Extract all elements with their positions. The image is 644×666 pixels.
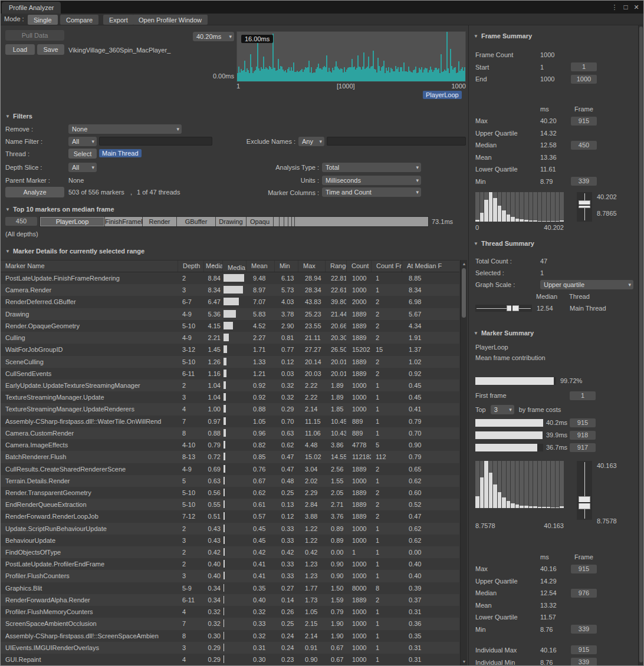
mode-compare-button[interactable]: Compare (60, 15, 98, 25)
median-frame-badge[interactable]: 450 (5, 217, 37, 226)
marker-summary-header[interactable]: ▼Marker Summary (469, 329, 639, 338)
frame-time-chart[interactable]: 16.00ms (236, 31, 466, 82)
table-row[interactable]: Assembly-CSharp-firstpass.dll!::WaterTil… (1, 416, 459, 427)
table-row[interactable]: Assembly-CSharp-firstpass.dll!::ScreenSp… (1, 630, 459, 642)
top10-segment[interactable]: GBuffer (177, 217, 216, 226)
table-row[interactable]: EarlyUpdate.UpdateTextureStreamingManage… (1, 380, 459, 391)
top10-segment[interactable]: Opaqu (247, 217, 274, 226)
save-button[interactable]: Save (37, 44, 64, 55)
table-row[interactable]: Camera.CustomRender80.880.960.6311.0610.… (1, 427, 459, 439)
tab-profile-analyzer[interactable]: Profile Analyzer (2, 2, 61, 14)
frame-badge[interactable]: 915 (571, 565, 597, 573)
depth-slice-dropdown[interactable]: All▾ (68, 163, 97, 172)
frame-badge[interactable]: 915 (570, 418, 596, 427)
frame-badge[interactable]: 339 (571, 658, 597, 665)
table-row[interactable]: Camera.ImageEffects4-100.790.820.624.483… (1, 439, 459, 451)
scroll-up-icon[interactable]: ▲ (461, 261, 468, 267)
thread-summary-header[interactable]: ▼Thread Summary (469, 240, 639, 248)
marker-details-section-header[interactable]: ▼Marker Details for currently selected r… (5, 248, 144, 255)
panel-scrollbar-thumb[interactable] (639, 27, 643, 662)
table-row[interactable]: RenderForwardAlpha.Render6-110.340.400.1… (1, 594, 459, 606)
export-button[interactable]: Export (103, 15, 134, 25)
frame-badge[interactable]: 339 (571, 177, 597, 186)
frame-badge[interactable]: 917 (570, 443, 596, 452)
ms-histogram[interactable] (475, 461, 564, 508)
analysis-type-dropdown[interactable]: Total▾ (322, 163, 421, 172)
table-row[interactable]: EndRenderQueueExtraction5-100.550.610.13… (1, 499, 459, 510)
top10-segment[interactable]: FinishFrameR (105, 217, 143, 226)
table-row[interactable]: FindObjectsOfType20.420.420.420.420.0011… (1, 546, 459, 558)
table-column-header[interactable]: Min (274, 261, 298, 272)
frame-badge[interactable]: 915 (571, 117, 597, 126)
window-menu-icon[interactable]: ⋮ (609, 1, 620, 14)
table-row[interactable]: GUI.Repaint40.290.300.230.900.67100010.3… (1, 654, 459, 665)
top10-segment[interactable]: PlayerLoop (40, 217, 105, 226)
table-row[interactable]: Profiler.FlushCounters30.400.410.331.230… (1, 570, 459, 582)
name-filter-scope-dropdown[interactable]: All▾ (68, 137, 97, 146)
table-column-header[interactable]: Depth (178, 261, 203, 272)
table-row[interactable]: Render.OpaqueGeometry5-104.154.522.9023.… (1, 320, 459, 332)
frame-badge[interactable]: 339 (571, 625, 597, 634)
frame-badge[interactable]: 450 (571, 141, 597, 150)
table-row[interactable]: RenderForward.RenderLoopJob7-120.510.570… (1, 510, 459, 522)
table-row[interactable]: Graphics.Blit5-90.340.350.271.771.508000… (1, 582, 459, 594)
top10-segment[interactable]: Render (143, 217, 177, 226)
frame-badge[interactable]: 976 (571, 589, 597, 598)
table-row[interactable]: WaitForJobGroupID3-121.451.710.7727.2726… (1, 344, 459, 355)
table-column-header[interactable]: Count (346, 261, 371, 272)
close-icon[interactable]: ✕ (631, 1, 642, 14)
scroll-down-icon[interactable]: ▼ (461, 658, 468, 665)
top10-segment[interactable] (280, 217, 284, 226)
panel-scrollbar[interactable] (638, 25, 643, 665)
frame-badge[interactable]: 1000 (571, 75, 597, 84)
top10-segment[interactable] (274, 217, 280, 226)
table-column-header[interactable]: Media (222, 261, 246, 272)
table-row[interactable]: Profiler.FlushMemoryCounters40.320.320.2… (1, 606, 459, 618)
exclude-names-input[interactable] (327, 137, 466, 146)
top10-segment[interactable] (284, 217, 288, 226)
table-row[interactable]: Terrain.Details.Render50.630.670.482.021… (1, 475, 459, 487)
table-scrollbar[interactable]: ▲ ▼ (460, 260, 467, 665)
thread-row[interactable]: 12.54 Main Thread (469, 303, 639, 314)
pull-data-button[interactable]: Pull Data (5, 30, 64, 41)
table-column-header[interactable]: Mean (246, 261, 274, 272)
table-row[interactable]: Update.ScriptRunBehaviourUpdate20.430.45… (1, 523, 459, 535)
table-row[interactable]: PostLateUpdate.FinishFrameRendering28.84… (1, 272, 459, 284)
table-row[interactable]: Render.TransparentGeometry5-100.560.620.… (1, 487, 459, 499)
first-frame-badge[interactable]: 1 (570, 391, 596, 400)
top10-segment[interactable]: Drawing (216, 217, 247, 226)
maximize-icon[interactable]: □ (620, 1, 631, 14)
exclude-scope-dropdown[interactable]: Any▾ (298, 137, 324, 146)
table-column-header[interactable]: At Median F (402, 261, 452, 272)
top10-segment[interactable] (295, 217, 428, 226)
table-row[interactable]: TextureStreamingManager.UpdateRenderers4… (1, 403, 459, 415)
fs-histogram[interactable] (475, 192, 564, 222)
table-scrollbar-thumb[interactable] (462, 268, 466, 318)
table-row[interactable]: TextureStreamingManager.Update31.040.920… (1, 391, 459, 403)
frame-summary-header[interactable]: ▼Frame Summary (469, 32, 639, 41)
table-row[interactable]: RenderDeferred.GBuffer6-76.477.074.0343.… (1, 296, 459, 308)
chart-scale-dropdown[interactable]: 40.20ms ▾ (193, 32, 234, 41)
mode-single-button[interactable]: Single (28, 15, 58, 25)
table-row[interactable]: Drawing4-95.365.833.7825.2321.44188925.6… (1, 308, 459, 320)
table-column-header[interactable]: Media▲ (203, 261, 222, 272)
table-row[interactable]: BatchRenderer.Flush8-130.720.850.4715.02… (1, 451, 459, 463)
frame-badge[interactable]: 918 (570, 431, 596, 440)
table-row[interactable]: CullSendEvents6-111.161.210.0320.0320.01… (1, 368, 459, 380)
top10-section-header[interactable]: ▼Top 10 markers on median frame (5, 206, 114, 213)
table-row[interactable]: SceneCulling5-101.261.330.1220.1420.0118… (1, 356, 459, 368)
table-row[interactable]: CullResults.CreateSharedRendererScene4-9… (1, 463, 459, 475)
table-column-header[interactable]: Range (325, 261, 346, 272)
table-row[interactable]: PostLateUpdate.ProfilerEndFrame20.400.41… (1, 558, 459, 570)
table-column-header[interactable]: Marker Name (1, 261, 178, 272)
table-row[interactable]: Camera.Render38.348.975.7328.3422.611000… (1, 284, 459, 296)
table-row[interactable]: Culling4-92.212.270.8121.1120.30188921.9… (1, 332, 459, 344)
table-row[interactable]: UIEvents.IMGUIRenderOverlays30.290.310.2… (1, 642, 459, 654)
filters-section-header[interactable]: ▼Filters (5, 113, 32, 120)
units-dropdown[interactable]: Milliseconds▾ (322, 176, 421, 185)
graph-scale-dropdown[interactable]: Upper quartile▾ (540, 280, 633, 289)
table-column-header[interactable]: Max (298, 261, 325, 272)
remove-dropdown[interactable]: None▾ (68, 124, 182, 134)
table-row[interactable]: ScreenSpaceAmbientOcclusion70.320.330.25… (1, 618, 459, 629)
load-button[interactable]: Load (5, 44, 35, 55)
